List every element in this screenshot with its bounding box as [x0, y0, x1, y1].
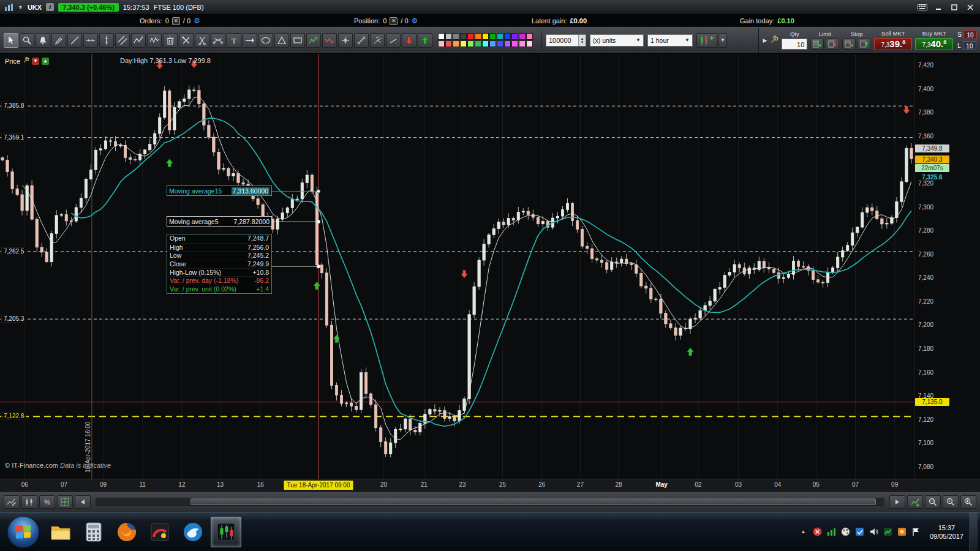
- color-swatch[interactable]: [526, 40, 533, 47]
- orders-gear-icon[interactable]: ⚙: [194, 17, 200, 25]
- zoom-out-button[interactable]: [943, 495, 959, 509]
- timeframe-select[interactable]: 1 hour ▼: [647, 34, 693, 47]
- stop-buy-button[interactable]: [842, 39, 856, 50]
- info-icon[interactable]: i: [46, 3, 54, 11]
- level-label[interactable]: 7,205.3: [1, 315, 26, 323]
- tray-audio-icon[interactable]: [869, 527, 879, 537]
- limit-buy-button[interactable]: [810, 39, 824, 50]
- tray-chart-icon[interactable]: [883, 527, 893, 537]
- stop-sell-button[interactable]: [858, 39, 871, 50]
- trade-qty-input[interactable]: 10: [782, 39, 807, 50]
- pane-collapse-icon[interactable]: ▼: [32, 58, 39, 65]
- color-swatch[interactable]: [467, 40, 474, 47]
- taskbar-app-trading[interactable]: [211, 517, 241, 547]
- symbol-label[interactable]: UKX: [28, 4, 42, 11]
- color-swatch[interactable]: [489, 40, 496, 47]
- keyboard-icon[interactable]: [918, 3, 927, 12]
- taskbar-app-bird-blue[interactable]: [178, 517, 208, 547]
- orders-close-icon[interactable]: ✕: [172, 17, 180, 25]
- cross-cursor-tool[interactable]: [338, 33, 353, 48]
- scroll-right-button[interactable]: [889, 495, 905, 509]
- color-swatch[interactable]: [445, 33, 452, 40]
- taskbar-app-app-dark[interactable]: [145, 517, 175, 547]
- tray-red-icon[interactable]: [812, 527, 823, 537]
- ellipse-tool[interactable]: [258, 33, 273, 48]
- zoom-in-button[interactable]: [960, 495, 976, 509]
- zigzag-tool[interactable]: [131, 33, 146, 48]
- color-swatch[interactable]: [511, 33, 518, 40]
- s-value[interactable]: 10: [963, 30, 977, 39]
- limit-sell-button[interactable]: [826, 39, 839, 50]
- quantity-input[interactable]: 100000 ▲▼: [546, 34, 586, 47]
- color-swatch[interactable]: [482, 40, 489, 47]
- level-label[interactable]: 7,122.8: [1, 412, 26, 420]
- color-swatch[interactable]: [504, 33, 511, 40]
- color-swatch[interactable]: [526, 33, 533, 40]
- objects-button[interactable]: [21, 495, 37, 509]
- color-swatch[interactable]: [445, 40, 452, 47]
- ma5-line[interactable]: [22, 97, 911, 439]
- tools-tool[interactable]: [179, 33, 194, 48]
- tray-paint-icon[interactable]: [840, 527, 851, 537]
- time-axis[interactable]: Tue 18-Apr-2017 09:00 060709111213162021…: [0, 479, 980, 491]
- position-close-icon[interactable]: ✕: [390, 17, 398, 25]
- color-swatch[interactable]: [504, 40, 511, 47]
- arrow-right-tool[interactable]: [243, 33, 257, 48]
- pane-wrench-icon[interactable]: [23, 57, 29, 65]
- chart-scrollbar[interactable]: [96, 498, 884, 506]
- chart-style-caret[interactable]: ▼: [718, 33, 727, 48]
- pencil-tool[interactable]: [51, 33, 66, 48]
- level-label[interactable]: 7,262.5: [1, 247, 26, 255]
- scrollbar-thumb[interactable]: [190, 498, 876, 505]
- chart-style-button[interactable]: [696, 33, 717, 48]
- ma5-tooltip[interactable]: Moving average5 7,287.82000: [167, 216, 272, 227]
- minimize-button[interactable]: [933, 3, 943, 12]
- color-swatch[interactable]: [438, 33, 445, 40]
- bell-tool[interactable]: [36, 33, 50, 48]
- buy-signal-tool[interactable]: [418, 33, 432, 48]
- taskbar-app-calculator[interactable]: [78, 517, 109, 547]
- sell-signal-tool[interactable]: [402, 33, 417, 48]
- tray-orange-icon[interactable]: [897, 527, 907, 537]
- ohlc-databox[interactable]: Open7,248.7High7,256.0Low7,245.2Close7,2…: [167, 234, 272, 294]
- color-swatch[interactable]: [489, 33, 496, 40]
- zoom-tool[interactable]: [20, 33, 34, 48]
- taskbar-clock[interactable]: 15:37 09/05/2017: [924, 523, 970, 541]
- taskbar-app-explorer[interactable]: [45, 517, 76, 547]
- scroll-left-button[interactable]: [75, 495, 91, 509]
- tray-blue-icon[interactable]: [854, 527, 865, 537]
- close-button[interactable]: [965, 3, 975, 12]
- zoom-reset-button[interactable]: [907, 495, 923, 509]
- text-tool[interactable]: T: [227, 33, 241, 48]
- pane-expand-icon[interactable]: ▲: [42, 58, 49, 65]
- color-swatch[interactable]: [460, 40, 467, 47]
- color-swatch[interactable]: [453, 40, 459, 47]
- tray-green-icon[interactable]: [826, 527, 837, 537]
- color-swatch[interactable]: [453, 33, 459, 40]
- buy-mkt-button[interactable]: 7,340.8: [915, 38, 953, 50]
- fork-tool[interactable]: [370, 33, 385, 48]
- cut2-tool[interactable]: [211, 33, 225, 48]
- color-swatch[interactable]: [460, 33, 467, 40]
- color-swatch[interactable]: [482, 33, 489, 40]
- quantity-stepper[interactable]: ▲▼: [578, 35, 586, 46]
- start-button[interactable]: [7, 516, 39, 548]
- sline-tool[interactable]: [386, 33, 401, 48]
- color-swatch[interactable]: [475, 40, 481, 47]
- color-swatch[interactable]: [467, 33, 474, 40]
- color-swatch[interactable]: [511, 40, 518, 47]
- line-tool[interactable]: [67, 33, 82, 48]
- ma15-tooltip[interactable]: Moving average15 7,313.60000: [167, 186, 272, 196]
- show-desktop-button[interactable]: [970, 512, 978, 551]
- color-swatch[interactable]: [438, 40, 445, 47]
- trash-tool[interactable]: [163, 33, 178, 48]
- symbol-dropdown-caret[interactable]: ▼: [18, 4, 23, 10]
- units-select[interactable]: (x) units ▼: [590, 34, 644, 47]
- rect-tool[interactable]: [290, 33, 305, 48]
- chart-edit-button[interactable]: [4, 495, 20, 509]
- grid-button[interactable]: [57, 495, 73, 509]
- color-swatch[interactable]: [519, 40, 526, 47]
- color-swatch[interactable]: [475, 33, 481, 40]
- values-button[interactable]: %: [39, 495, 55, 509]
- color-swatch[interactable]: [497, 40, 503, 47]
